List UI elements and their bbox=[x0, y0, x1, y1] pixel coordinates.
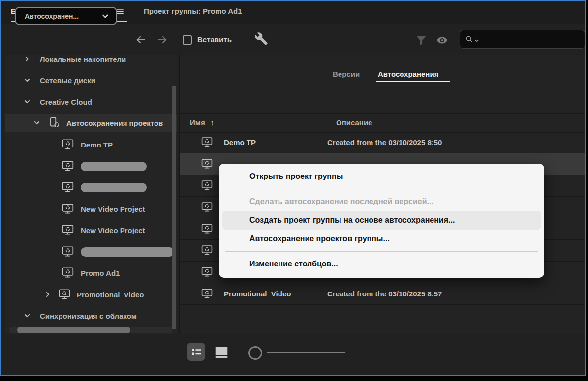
list-view-icon bbox=[190, 346, 202, 358]
monitor-sync-icon bbox=[201, 266, 213, 278]
menu-item-create-team-project-from-autosave[interactable]: Создать проект группы на основе автосохр… bbox=[222, 211, 541, 230]
zoom-slider-thumb[interactable] bbox=[248, 346, 262, 360]
chevron-right-icon[interactable] bbox=[24, 56, 31, 62]
monitor-sync-icon bbox=[201, 288, 213, 300]
sidebar-item-new-video-project[interactable]: New Video Project bbox=[5, 200, 177, 218]
filter-icon[interactable] bbox=[415, 34, 428, 47]
media-tree-sidebar: Локальные накопители Сетевые диски Creat… bbox=[5, 55, 177, 334]
search-field[interactable] bbox=[460, 30, 585, 49]
monitor-sync-icon bbox=[201, 179, 213, 192]
chevron-down-icon bbox=[101, 12, 109, 20]
sidebar-item-redacted[interactable] bbox=[5, 178, 177, 196]
menu-item-edit-columns[interactable]: Изменение столбцов... bbox=[219, 255, 544, 273]
context-menu: Открыть проект группы Сделать автосохран… bbox=[219, 164, 544, 278]
menu-item-open-team-project[interactable]: Открыть проект группы bbox=[219, 167, 544, 186]
sidebar-item-new-video-project[interactable]: New Video Project bbox=[5, 221, 177, 239]
monitor-sync-icon bbox=[62, 266, 74, 279]
vertical-scrollbar[interactable] bbox=[172, 86, 176, 329]
sidebar-item-label: Автосохранения проектов bbox=[66, 119, 163, 127]
horizontal-scrollbar[interactable] bbox=[17, 327, 130, 333]
chevron-down-icon[interactable] bbox=[24, 312, 31, 319]
sidebar-item-redacted[interactable] bbox=[5, 243, 177, 261]
eye-icon[interactable] bbox=[435, 34, 449, 46]
sidebar-item-team-project-autosaves[interactable]: Автосохранения проектов bbox=[5, 114, 177, 132]
zoom-slider-track[interactable] bbox=[267, 352, 345, 353]
sidebar-item-local-drives[interactable]: Локальные накопители bbox=[5, 55, 177, 68]
sidebar-item-redacted[interactable] bbox=[5, 157, 177, 175]
search-input[interactable] bbox=[479, 35, 585, 44]
sidebar-item-demo-tp[interactable]: Demo TP bbox=[5, 136, 177, 153]
sidebar-item-label: Синхронизация с облаком bbox=[40, 312, 137, 320]
monitor-sync-icon bbox=[201, 158, 213, 170]
sidebar-item-label: New Video Project bbox=[81, 226, 145, 234]
monitor-sync-icon bbox=[201, 201, 213, 213]
row-description: Created from the 03/10/2025 8:50 bbox=[327, 132, 442, 153]
search-icon bbox=[465, 35, 474, 44]
menu-item-make-autosave-latest-version: Сделать автосохранение последней версией… bbox=[219, 192, 544, 211]
redacted-label bbox=[81, 183, 147, 192]
monitor-sync-icon bbox=[62, 245, 74, 258]
chevron-down-icon[interactable] bbox=[33, 119, 40, 126]
menu-item-team-project-autosaves[interactable]: Автосохранение проектов группы... bbox=[219, 230, 544, 248]
row-name: Promotional_Video bbox=[224, 283, 291, 304]
source-dropdown-value: Автосохранен... bbox=[25, 12, 79, 20]
sort-up-icon[interactable]: ↑ bbox=[210, 114, 214, 132]
monitor-sync-icon bbox=[62, 138, 74, 151]
tab-autosaves[interactable]: Автосохранения bbox=[378, 69, 438, 80]
monitor-sync-icon bbox=[62, 181, 74, 194]
monitor-sync-icon bbox=[62, 160, 74, 173]
chevron-down-icon[interactable] bbox=[24, 77, 31, 84]
monitor-sync-icon bbox=[201, 223, 213, 235]
sidebar-item-promotional-video[interactable]: Promotional_Video bbox=[5, 286, 177, 303]
media-browser-panel: Браузер медиаданных Проект группы: Promo… bbox=[0, 0, 586, 376]
sidebar-item-creative-cloud[interactable]: Creative Cloud bbox=[5, 93, 177, 111]
redacted-label bbox=[81, 162, 147, 171]
monitor-sync-icon bbox=[62, 224, 74, 236]
chevron-down-icon[interactable] bbox=[24, 98, 31, 105]
tab-versions[interactable]: Версии bbox=[333, 69, 360, 80]
table-row[interactable]: Demo TP Created from the 03/10/2025 8:50 bbox=[180, 132, 585, 153]
paste-checkbox-label[interactable]: Вставить bbox=[197, 24, 232, 55]
sidebar-item-network-drives[interactable]: Сетевые диски bbox=[5, 71, 177, 89]
team-projects-icon bbox=[48, 117, 61, 129]
sidebar-item-label: Creative Cloud bbox=[40, 98, 92, 106]
menu-separator bbox=[225, 251, 538, 252]
sidebar-item-label: Promotional_Video bbox=[77, 291, 144, 299]
monitor-sync-icon bbox=[201, 244, 213, 257]
sidebar-item-label: Demo TP bbox=[81, 141, 113, 149]
sidebar-item-cloud-sync[interactable]: Синхронизация с облаком bbox=[5, 307, 177, 324]
sidebar-item-promo-ad1[interactable]: Promo Ad1 bbox=[5, 264, 177, 282]
source-dropdown[interactable]: Автосохранен... bbox=[15, 7, 117, 25]
sidebar-item-label: Promo Ad1 bbox=[81, 269, 120, 277]
sidebar-item-label: Сетевые диски bbox=[40, 76, 95, 85]
wrench-icon[interactable] bbox=[254, 32, 268, 46]
menu-separator bbox=[225, 189, 538, 189]
paste-checkbox[interactable] bbox=[183, 35, 192, 45]
monitor-sync-icon bbox=[201, 136, 213, 148]
sidebar-item-label: New Video Project bbox=[81, 205, 145, 213]
back-arrow-icon[interactable] bbox=[134, 33, 148, 46]
team-project-title: Проект группы: Promo Ad1 bbox=[144, 1, 242, 22]
monitor-sync-icon bbox=[58, 288, 71, 301]
active-tab-underline bbox=[376, 81, 450, 82]
redacted-label bbox=[81, 247, 174, 257]
table-row[interactable]: Promotional_Video Created from the 03/10… bbox=[180, 283, 585, 305]
list-view-button[interactable] bbox=[187, 343, 205, 361]
monitor-sync-icon bbox=[62, 203, 74, 215]
sidebar-item-label: Локальные накопители bbox=[40, 55, 126, 63]
row-description: Created from the 03/10/2025 8:57 bbox=[327, 283, 442, 304]
chevron-right-icon[interactable] bbox=[44, 291, 51, 298]
table-header: Имя ↑ Описание bbox=[180, 113, 585, 133]
column-header-name[interactable]: Имя bbox=[190, 114, 205, 132]
row-name: Demo TP bbox=[224, 132, 256, 153]
column-header-description[interactable]: Описание bbox=[336, 114, 372, 132]
thumbnail-view-icon[interactable] bbox=[213, 345, 230, 360]
search-scope-chevron-icon bbox=[474, 38, 479, 43]
forward-arrow-icon[interactable] bbox=[155, 33, 169, 46]
